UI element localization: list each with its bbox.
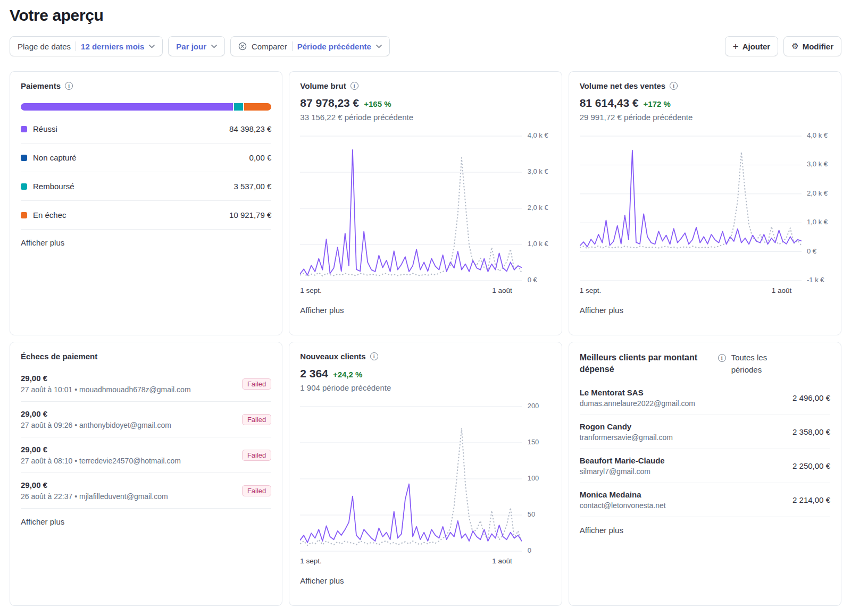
x-label-end: 1 août — [492, 286, 512, 294]
gear-icon: ⚙ — [791, 43, 798, 50]
top-customer-row[interactable]: Beaufort Marie-Claude silmaryl7@gmail.co… — [580, 449, 830, 483]
x-label-end: 1 août — [772, 286, 792, 294]
y-axis-labels: 4,0 k €3,0 k €2,0 k €1,0 k €0 € — [522, 134, 551, 282]
payments-distribution-bar — [21, 103, 271, 111]
failed-payment-amount: 29,00 € — [21, 409, 242, 418]
info-icon[interactable]: i — [718, 354, 726, 362]
info-icon[interactable]: i — [351, 82, 358, 90]
bar-segment — [234, 103, 243, 111]
show-more-link[interactable]: Afficher plus — [300, 306, 344, 315]
show-more-link[interactable]: Afficher plus — [300, 576, 344, 585]
y-axis-labels: 4,0 k €3,0 k €2,0 k €1,0 k €0 €-1 k € — [802, 134, 830, 282]
legend-label: Non capturé — [33, 153, 244, 162]
compare-label: Comparer — [252, 42, 287, 51]
show-more-link[interactable]: Afficher plus — [580, 526, 623, 535]
divider — [76, 41, 76, 51]
show-more-link[interactable]: Afficher plus — [580, 306, 623, 315]
x-label-start: 1 sept. — [580, 286, 602, 294]
show-more-link[interactable]: Afficher plus — [21, 238, 64, 247]
payments-card-title: Paiements — [21, 81, 61, 90]
new-customers-chart[interactable] — [300, 405, 522, 553]
edit-button-label: Modifier — [803, 42, 833, 51]
gross-volume-chart[interactable] — [300, 134, 522, 282]
failed-color-dot — [21, 212, 27, 218]
add-button[interactable]: + Ajouter — [725, 36, 779, 56]
x-label-start: 1 sept. — [300, 286, 322, 294]
new-customers-title: Nouveaux clients — [300, 352, 365, 361]
status-badge: Failed — [242, 485, 271, 496]
compare-filter[interactable]: Comparer Période précédente — [230, 36, 390, 56]
top-customers-card: Meilleurs clients par montant dépensé i … — [569, 342, 841, 606]
overview-grid: Paiements i Réussi 84 398,23 € Non captu… — [10, 71, 841, 606]
customer-name: Le Mentorat SAS — [580, 388, 792, 397]
compare-value: Période précédente — [297, 42, 371, 51]
legend-label: En échec — [33, 210, 223, 220]
refunded-color-dot — [21, 183, 27, 190]
failed-payment-meta: 27 août à 10:01 • mouadhmouadh678z@gmail… — [21, 385, 242, 394]
interval-filter[interactable]: Par jour — [168, 36, 225, 56]
failed-payment-meta: 26 août à 22:37 • mjlafilleduvent@gmail.… — [21, 492, 242, 501]
top-customers-period-filter[interactable]: Toutes les périodes — [731, 352, 786, 376]
gross-volume-delta: +165 % — [364, 99, 391, 108]
failed-payments-list: 29,00 € 27 août à 10:01 • mouadhmouadh67… — [21, 366, 271, 509]
top-customer-row[interactable]: Rogon Candy tranformersavie@gmail.com 2 … — [580, 415, 830, 449]
y-axis-labels: 200150100500 — [522, 405, 551, 553]
toolbar: Plage de dates 12 derniers mois Par jour… — [10, 36, 841, 56]
info-icon[interactable]: i — [670, 82, 678, 90]
customer-name: Monica Medaina — [580, 490, 792, 499]
new-customers-amount: 2 364 — [300, 367, 328, 380]
customer-email: silmaryl7@gmail.com — [580, 467, 792, 476]
remove-compare-icon[interactable] — [238, 42, 247, 50]
customer-email: contact@letonvonesta.net — [580, 501, 792, 510]
top-customers-title: Meilleurs clients par montant dépensé — [580, 352, 713, 376]
net-volume-previous: 29 991,72 € période précédente — [580, 113, 830, 122]
failed-payment-row[interactable]: 29,00 € 26 août à 22:37 • mjlafilleduven… — [21, 473, 271, 509]
top-customers-list: Le Mentorat SAS dumas.annelaure2022@gmai… — [580, 381, 830, 517]
legend-value: 84 398,23 € — [229, 124, 271, 133]
chevron-down-icon — [149, 45, 155, 48]
customer-email: tranformersavie@gmail.com — [580, 433, 792, 442]
show-more-link[interactable]: Afficher plus — [21, 517, 64, 526]
customer-amount: 2 250,00 € — [792, 461, 830, 470]
net-volume-chart[interactable] — [580, 134, 802, 282]
uncaptured-color-dot — [21, 155, 27, 161]
failed-payment-row[interactable]: 29,00 € 27 août à 10:01 • mouadhmouadh67… — [21, 366, 271, 402]
gross-volume-previous: 33 156,22 € période précédente — [300, 113, 550, 122]
new-customers-card: Nouveaux clients i 2 364 +24,2 % 1 904 p… — [289, 342, 562, 606]
interval-value: Par jour — [176, 42, 206, 51]
edit-button[interactable]: ⚙ Modifier — [783, 36, 841, 56]
new-customers-previous: 1 904 période précédente — [300, 383, 550, 392]
info-icon[interactable]: i — [65, 82, 73, 90]
legend-row-uncaptured: Non capturé 0,00 € — [21, 144, 271, 172]
gross-volume-title: Volume brut — [300, 81, 346, 90]
x-label-end: 1 août — [492, 557, 512, 565]
customer-amount: 2 496,00 € — [792, 393, 830, 402]
add-button-label: Ajouter — [742, 42, 771, 51]
status-badge: Failed — [242, 378, 271, 390]
legend-row-refunded: Remboursé 3 537,00 € — [21, 172, 271, 201]
failed-payment-meta: 27 août à 08:10 • terredevie24570@hotmai… — [21, 457, 242, 465]
payments-legend: Réussi 84 398,23 € Non capturé 0,00 € Re… — [21, 115, 271, 230]
x-axis-labels: 1 sept. 1 août — [580, 286, 802, 297]
failed-payments-card: Échecs de paiement 29,00 € 27 août à 10:… — [10, 342, 282, 606]
legend-label: Réussi — [33, 124, 223, 133]
status-badge: Failed — [242, 414, 271, 425]
legend-label: Remboursé — [33, 182, 228, 191]
failed-payment-row[interactable]: 29,00 € 27 août à 09:26 • anthonybidoyet… — [21, 402, 271, 437]
failed-payment-row[interactable]: 29,00 € 27 août à 08:10 • terredevie2457… — [21, 437, 271, 473]
new-customers-delta: +24,2 % — [333, 370, 362, 379]
info-icon[interactable]: i — [370, 352, 378, 360]
legend-row-succeeded: Réussi 84 398,23 € — [21, 115, 271, 144]
plus-icon: + — [733, 41, 739, 52]
date-range-filter[interactable]: Plage de dates 12 derniers mois — [10, 36, 163, 56]
date-range-label: Plage de dates — [18, 42, 71, 51]
top-customer-row[interactable]: Le Mentorat SAS dumas.annelaure2022@gmai… — [580, 381, 830, 415]
top-customer-row[interactable]: Monica Medaina contact@letonvonesta.net … — [580, 483, 830, 517]
failed-payment-amount: 29,00 € — [21, 445, 242, 454]
date-range-value: 12 derniers mois — [81, 42, 144, 51]
net-volume-title: Volume net des ventes — [580, 81, 665, 90]
status-badge: Failed — [242, 450, 271, 461]
x-axis-labels: 1 sept. 1 août — [300, 557, 522, 568]
x-label-start: 1 sept. — [300, 557, 322, 565]
chevron-down-icon — [376, 45, 382, 48]
